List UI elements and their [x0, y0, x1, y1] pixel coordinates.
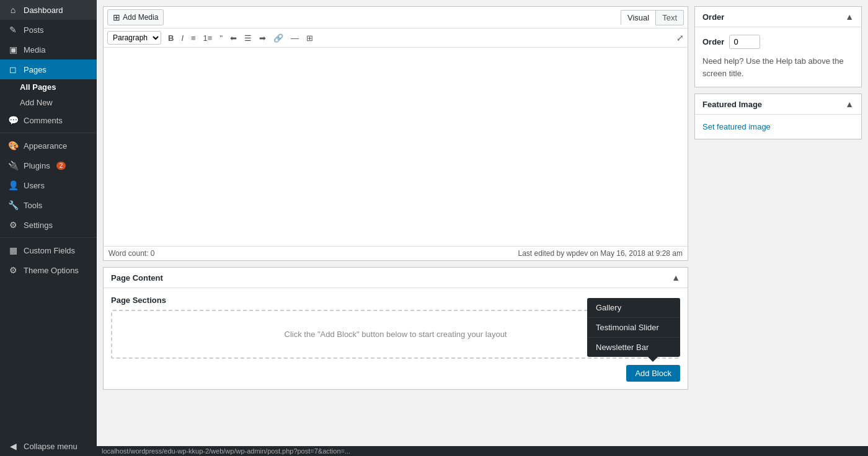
editor-tabs: Visual Text	[621, 10, 684, 25]
order-meta-box-header: Order ▲	[695, 7, 861, 27]
featured-image-body: Set featured image	[695, 115, 861, 139]
bold-button[interactable]: B	[165, 32, 177, 45]
sidebar-subitem-add-new[interactable]: Add New	[0, 95, 97, 110]
sidebar-item-pages[interactable]: ◻ Pages	[0, 59, 97, 79]
order-title: Order	[702, 12, 724, 22]
align-center-button[interactable]: ☰	[241, 32, 255, 45]
order-help-text: Need help? Use the Help tab above the sc…	[702, 55, 854, 79]
sidebar-item-custom-fields[interactable]: ▦ Custom Fields	[0, 240, 97, 260]
popup-item-gallery[interactable]: Gallery	[587, 298, 680, 318]
empty-sections-message: Click the "Add Block" button below to st…	[285, 330, 507, 339]
table-button[interactable]: ⊞	[303, 32, 316, 45]
add-block-button[interactable]: Add Block	[626, 365, 680, 382]
sidebar-item-dashboard[interactable]: ⌂ Dashboard	[0, 0, 97, 20]
more-button[interactable]: —	[288, 32, 302, 45]
popup-item-testimonial[interactable]: Testimonial Slider	[587, 318, 680, 338]
tools-icon: 🔧	[7, 200, 19, 210]
tab-visual[interactable]: Visual	[621, 10, 656, 25]
sidebar-item-settings[interactable]: ⚙ Settings	[0, 215, 97, 235]
block-popup-wrapper: Gallery Testimonial Slider Newsletter Ba…	[111, 365, 680, 382]
link-button[interactable]: 🔗	[270, 32, 286, 45]
posts-icon: ✎	[7, 25, 19, 35]
page-content-body: Page Sections Click the "Add Block" butt…	[104, 288, 688, 389]
sidebar-item-label: Comments	[24, 116, 63, 125]
italic-button[interactable]: I	[178, 32, 187, 45]
blockquote-button[interactable]: "	[216, 32, 226, 45]
sidebar-item-media[interactable]: ▣ Media	[0, 40, 97, 59]
editor-content[interactable]	[104, 48, 688, 246]
last-edited: Last edited by wpdev on May 16, 2018 at …	[518, 249, 683, 258]
ordered-list-button[interactable]: 1≡	[200, 32, 216, 45]
page-content-section: Page Content ▲ Page Sections Click the "…	[103, 267, 688, 390]
unordered-list-button[interactable]: ≡	[188, 32, 199, 45]
format-bar: Paragraph B I ≡ 1≡ " ⬅ ☰ ➡ 🔗 — ⊞ ⤢	[104, 28, 688, 48]
sidebar-item-label: Posts	[24, 25, 44, 35]
main-area: ⊞ Add Media Visual Text Paragraph B I ≡	[97, 0, 868, 456]
page-content-title: Page Content	[111, 273, 163, 283]
sidebar-item-label: Pages	[24, 65, 46, 74]
sidebar-item-theme-options[interactable]: ⚙ Theme Options	[0, 260, 97, 280]
sidebar-item-appearance[interactable]: 🎨 Appearance	[0, 136, 97, 156]
status-bar-url: localhost/wordpress/edu-wp-kkup-2/web/wp…	[102, 447, 350, 455]
editor-box: ⊞ Add Media Visual Text Paragraph B I ≡	[103, 6, 688, 261]
media-icon: ▣	[7, 45, 19, 55]
add-media-button[interactable]: ⊞ Add Media	[107, 9, 164, 25]
users-icon: 👤	[7, 180, 19, 190]
sidebar-item-label: Plugins	[24, 161, 50, 170]
sidebar-item-collapse[interactable]: ◀ Collapse menu	[0, 436, 97, 456]
sidebar-item-label: Dashboard	[24, 6, 63, 15]
sidebar-item-label: Media	[24, 45, 45, 55]
editor-footer: Word count: 0 Last edited by wpdev on Ma…	[104, 246, 688, 260]
featured-image-toggle[interactable]: ▲	[845, 99, 854, 109]
paragraph-select[interactable]: Paragraph	[107, 31, 161, 45]
order-meta-box-body: Order 0 Need help? Use the Help tab abov…	[695, 27, 861, 87]
sidebar-item-posts[interactable]: ✎ Posts	[0, 20, 97, 40]
set-featured-image-link[interactable]: Set featured image	[702, 122, 771, 131]
page-content-toggle[interactable]: ▲	[671, 273, 680, 283]
editor-toolbar-top: ⊞ Add Media Visual Text	[104, 7, 688, 28]
add-media-icon: ⊞	[113, 12, 120, 22]
block-type-popup: Gallery Testimonial Slider Newsletter Ba…	[587, 298, 680, 357]
align-left-button[interactable]: ⬅	[227, 32, 240, 45]
dashboard-icon: ⌂	[7, 5, 19, 15]
tab-text[interactable]: Text	[656, 10, 684, 25]
order-input[interactable]: 0	[729, 35, 760, 49]
sidebar-item-label: Appearance	[24, 141, 67, 151]
sidebar-item-comments[interactable]: 💬 Comments	[0, 110, 97, 130]
popup-item-newsletter[interactable]: Newsletter Bar	[587, 338, 680, 357]
page-content-header: Page Content ▲	[104, 268, 688, 288]
sidebar-item-plugins[interactable]: 🔌 Plugins 2	[0, 156, 97, 175]
add-media-label: Add Media	[123, 13, 158, 22]
order-meta-box-toggle[interactable]: ▲	[845, 12, 854, 22]
expand-button[interactable]: ⤢	[676, 33, 684, 43]
appearance-icon: 🎨	[7, 141, 19, 151]
right-sidebar: Order ▲ Order 0 Need help? Use the Help …	[694, 6, 862, 440]
settings-icon: ⚙	[7, 220, 19, 230]
align-right-button[interactable]: ➡	[256, 32, 269, 45]
editor-column: ⊞ Add Media Visual Text Paragraph B I ≡	[103, 6, 688, 440]
sidebar-item-tools[interactable]: 🔧 Tools	[0, 195, 97, 215]
sidebar-item-label: Tools	[24, 201, 42, 210]
custom-fields-icon: ▦	[7, 245, 19, 255]
order-meta-box: Order ▲ Order 0 Need help? Use the Help …	[694, 6, 862, 87]
sidebar-item-label: Users	[24, 181, 45, 190]
sidebar: ⌂ Dashboard ✎ Posts ▣ Media ◻ Pages All …	[0, 0, 97, 456]
status-bar: localhost/wordpress/edu-wp-kkup-2/web/wp…	[97, 446, 868, 456]
featured-image-header: Featured Image ▲	[695, 94, 861, 115]
word-count: Word count: 0	[108, 249, 154, 258]
plugins-icon: 🔌	[7, 160, 19, 170]
featured-image-meta-box: Featured Image ▲ Set featured image	[694, 94, 862, 139]
sidebar-item-label: Collapse menu	[24, 442, 78, 451]
featured-image-title: Featured Image	[702, 100, 762, 109]
sidebar-item-label: Theme Options	[24, 266, 79, 275]
sidebar-item-label: Settings	[24, 221, 53, 230]
collapse-icon: ◀	[7, 441, 19, 451]
order-label: Order	[702, 37, 724, 46]
sidebar-item-users[interactable]: 👤 Users	[0, 175, 97, 195]
sidebar-subitem-all-pages[interactable]: All Pages	[0, 79, 97, 95]
order-row: Order 0	[702, 35, 854, 49]
plugins-badge: 2	[56, 162, 66, 170]
sidebar-item-label: Custom Fields	[24, 246, 75, 255]
pages-icon: ◻	[7, 64, 19, 74]
comments-icon: 💬	[7, 115, 19, 125]
